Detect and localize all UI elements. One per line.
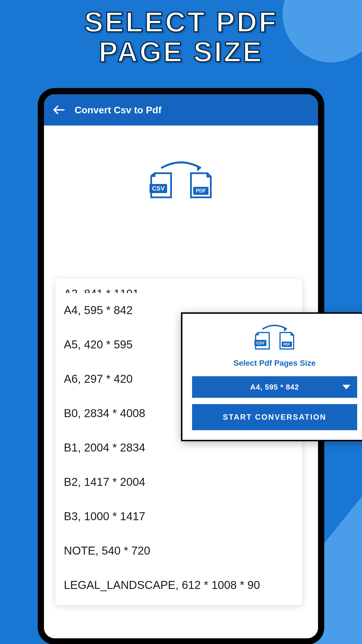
- promo-headline: SELECT PDF PAGE SIZE: [0, 7, 362, 67]
- svg-text:PDF: PDF: [283, 342, 290, 346]
- list-item[interactable]: B3, 1000 * 1417: [55, 499, 302, 534]
- csv-to-pdf-icon: CSV PDF: [44, 160, 318, 202]
- back-arrow-icon[interactable]: [52, 104, 65, 116]
- svg-marker-4: [284, 327, 287, 332]
- list-item[interactable]: A3, 841 * 1191: [55, 287, 302, 293]
- app-bar-title: Convert Csv to Pdf: [75, 104, 161, 116]
- svg-marker-1: [197, 165, 201, 172]
- headline-line-2: PAGE SIZE: [99, 36, 263, 68]
- app-bar: Convert Csv to Pdf: [44, 94, 318, 126]
- csv-label: CSV: [152, 185, 165, 192]
- list-item[interactable]: LEGAL_LANDSCAPE, 612 * 1008 * 90: [55, 568, 302, 602]
- list-item[interactable]: B2, 1417 * 2004: [55, 465, 302, 499]
- list-item[interactable]: NOTE, 540 * 720: [55, 534, 302, 568]
- chevron-down-icon: [342, 385, 350, 389]
- page-size-select[interactable]: A4, 595 * 842: [192, 376, 357, 398]
- headline-line-1: SELECT PDF: [84, 6, 278, 38]
- popup-title: Select Pdf Pages Size: [192, 359, 357, 368]
- csv-to-pdf-icon: CSV PDF: [192, 323, 357, 352]
- svg-text:CSV: CSV: [256, 341, 265, 345]
- start-conversion-button[interactable]: START CONVERSATION: [192, 404, 357, 430]
- pdf-label: PDF: [196, 188, 206, 194]
- selected-value: A4, 595 * 842: [250, 383, 299, 392]
- page-size-popup: CSV PDF Select Pdf Pages Size A4, 595 * …: [181, 312, 362, 441]
